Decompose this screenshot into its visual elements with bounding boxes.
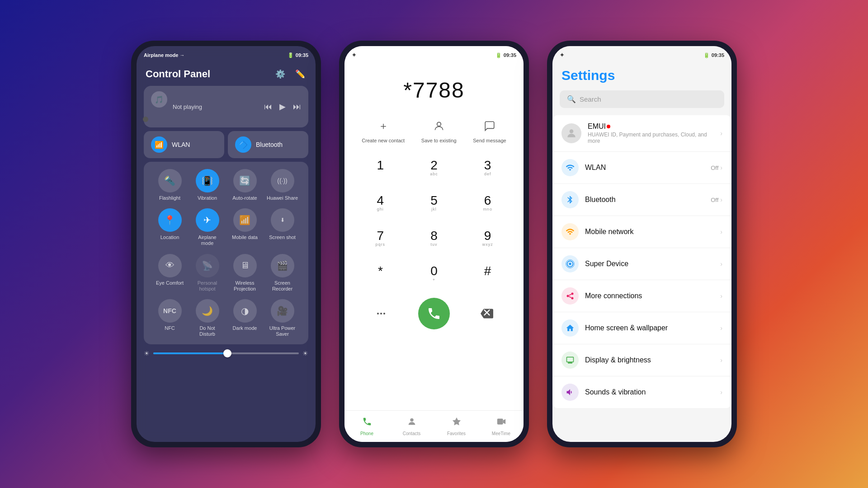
settings-item-mobile[interactable]: Mobile network › xyxy=(552,216,731,248)
bluetooth-settings-right: Off › xyxy=(711,196,722,203)
status-bar-2: ✦ 🔋 09:35 xyxy=(344,46,524,64)
wlan-settings-content: WLAN xyxy=(585,164,711,172)
tile-dark-mode[interactable]: ◑ Dark mode xyxy=(229,299,261,337)
create-contact-icon: ＋ xyxy=(373,116,393,136)
nav-contacts[interactable]: Contacts xyxy=(389,411,434,442)
tile-location[interactable]: 📍 Location xyxy=(154,208,186,246)
tile-airplane[interactable]: ✈ Airplane mode xyxy=(192,208,223,246)
play-button[interactable]: ▶ xyxy=(279,102,286,112)
phone-nav-icon xyxy=(362,417,372,429)
settings-item-emui[interactable]: EMUI HUAWEI ID, Payment and purchases, C… xyxy=(552,115,731,152)
settings-item-wlan[interactable]: WLAN Off › xyxy=(552,152,731,184)
svg-point-4 xyxy=(410,418,413,422)
settings-item-super-device[interactable]: Super Device › xyxy=(552,248,731,280)
huawei-share-label: Huawei Share xyxy=(267,195,298,201)
svg-point-1 xyxy=(377,313,379,314)
save-existing-action[interactable]: Save to existing xyxy=(421,116,457,143)
dial-key-star[interactable]: * xyxy=(362,258,398,290)
search-icon: 🔍 xyxy=(567,95,576,103)
mobile-data-label: Mobile data xyxy=(232,235,258,240)
dial-key-7[interactable]: 7 pqrs xyxy=(362,223,398,254)
dial-key-6[interactable]: 6 mno xyxy=(470,188,506,219)
display-icon xyxy=(561,352,579,369)
nav-meetime-label: MeeTime xyxy=(492,431,510,436)
tile-nfc[interactable]: NFC NFC xyxy=(154,299,186,337)
tile-hotspot[interactable]: 📡 Personal hotspot xyxy=(192,254,223,292)
send-message-action[interactable]: Send message xyxy=(473,116,506,143)
backspace-button[interactable] xyxy=(469,298,505,329)
dial-call-row xyxy=(344,293,524,334)
time-3: 09:35 xyxy=(712,52,724,58)
tiles-row-1: 🔦 Flashlight 📳 Vibration 🔄 Auto-rotate (… xyxy=(151,169,301,201)
mobile-settings-content: Mobile network xyxy=(585,228,720,236)
wlan-icon: 📶 xyxy=(151,136,167,153)
dial-key-2[interactable]: 2 abc xyxy=(416,152,452,184)
dial-key-1[interactable]: 1 xyxy=(362,152,398,184)
send-message-label: Send message xyxy=(473,138,506,143)
settings-search-bar[interactable]: 🔍 Search xyxy=(560,90,724,108)
flashlight-icon: 🔦 xyxy=(158,169,182,192)
dialpad-row-3: 7 pqrs 8 tuv 9 wxyz xyxy=(354,223,514,254)
dial-key-4[interactable]: 4 ghi xyxy=(362,188,398,219)
status-left-3: ✦ xyxy=(560,52,564,58)
tile-dnd[interactable]: 🌙 Do Not Disturb xyxy=(192,299,223,337)
settings-item-display[interactable]: Display & brightness › xyxy=(552,344,731,376)
tile-huawei-share[interactable]: ((·)) Huawei Share xyxy=(267,169,298,201)
edit-icon[interactable]: ✏️ xyxy=(294,68,307,80)
nav-phone[interactable]: Phone xyxy=(344,411,389,442)
tile-eye-comfort[interactable]: 👁 Eye Comfort xyxy=(154,254,186,292)
tile-vibration[interactable]: 📳 Vibration xyxy=(192,169,223,201)
wlan-button[interactable]: 📶 WLAN xyxy=(144,131,224,158)
nav-favorites[interactable]: Favorites xyxy=(434,411,479,442)
settings-item-bluetooth[interactable]: Bluetooth Off › xyxy=(552,184,731,216)
settings-item-home-screen[interactable]: Home screen & wallpaper › xyxy=(552,312,731,344)
dial-key-0[interactable]: 0 + xyxy=(416,258,452,290)
dial-key-hash[interactable]: # xyxy=(470,258,506,290)
tile-screenshot[interactable]: ⬇ Screen shot xyxy=(267,208,298,246)
vibration-label: Vibration xyxy=(198,195,217,201)
more-connections-right: › xyxy=(720,292,722,300)
create-contact-action[interactable]: ＋ Create new contact xyxy=(362,116,405,143)
prev-button[interactable]: ⏮ xyxy=(264,102,272,112)
dnd-icon: 🌙 xyxy=(196,299,219,323)
save-existing-icon xyxy=(429,116,449,136)
dial-key-5[interactable]: 5 jkl xyxy=(416,188,452,219)
screen-recorder-label: Screen Recorder xyxy=(267,280,298,292)
dialed-number: *7788 xyxy=(344,64,524,112)
tile-flashlight[interactable]: 🔦 Flashlight xyxy=(154,169,186,201)
home-screen-content: Home screen & wallpaper xyxy=(585,324,720,332)
dial-key-9[interactable]: 9 wxyz xyxy=(470,223,506,254)
call-button[interactable] xyxy=(418,298,450,329)
contact-actions: ＋ Create new contact Save to existing Se… xyxy=(344,112,524,152)
tile-ultra-power[interactable]: 🎥 Ultra Power Saver xyxy=(267,299,298,337)
svg-line-13 xyxy=(569,294,571,296)
home-screen-right: › xyxy=(720,324,722,332)
settings-item-more-connections[interactable]: More connections › xyxy=(552,280,731,312)
bluetooth-settings-content: Bluetooth xyxy=(585,196,711,204)
tile-screen-recorder[interactable]: 🎬 Screen Recorder xyxy=(267,254,298,292)
dial-dots-button[interactable] xyxy=(363,298,399,329)
bluetooth-button[interactable]: 🔷 Bluetooth xyxy=(228,131,308,158)
emui-title-row: EMUI xyxy=(588,122,720,131)
status-right-2: 🔋 09:35 xyxy=(495,52,516,58)
nav-favorites-label: Favorites xyxy=(447,431,466,436)
save-existing-label: Save to existing xyxy=(421,138,457,143)
settings-item-sounds[interactable]: Sounds & vibration › xyxy=(552,376,731,408)
dial-key-3[interactable]: 3 def xyxy=(470,152,506,184)
next-button[interactable]: ⏭ xyxy=(293,102,301,112)
tile-auto-rotate[interactable]: 🔄 Auto-rotate xyxy=(229,169,261,201)
emui-chevron: › xyxy=(720,130,722,137)
eye-comfort-label: Eye Comfort xyxy=(156,280,184,286)
status-left-2: ✦ xyxy=(352,52,356,58)
tile-wireless[interactable]: 🖥 Wireless Projection xyxy=(229,254,261,292)
settings-icon[interactable]: ⚙️ xyxy=(274,68,287,80)
settings-screen: ✦ 🔋 09:35 Settings 🔍 Search E xyxy=(552,46,731,442)
tile-mobile-data[interactable]: 📶 Mobile data xyxy=(229,208,261,246)
brightness-track[interactable] xyxy=(153,352,299,354)
nav-meetime[interactable]: MeeTime xyxy=(479,411,524,442)
dial-key-8[interactable]: 8 tuv xyxy=(416,223,452,254)
control-panel-screen: Airplane mode → 🔋 09:35 Control Panel ⚙️… xyxy=(137,46,316,442)
svg-line-14 xyxy=(569,296,571,298)
settings-title: Settings xyxy=(552,64,731,90)
bluetooth-icon: 🔷 xyxy=(235,136,251,153)
